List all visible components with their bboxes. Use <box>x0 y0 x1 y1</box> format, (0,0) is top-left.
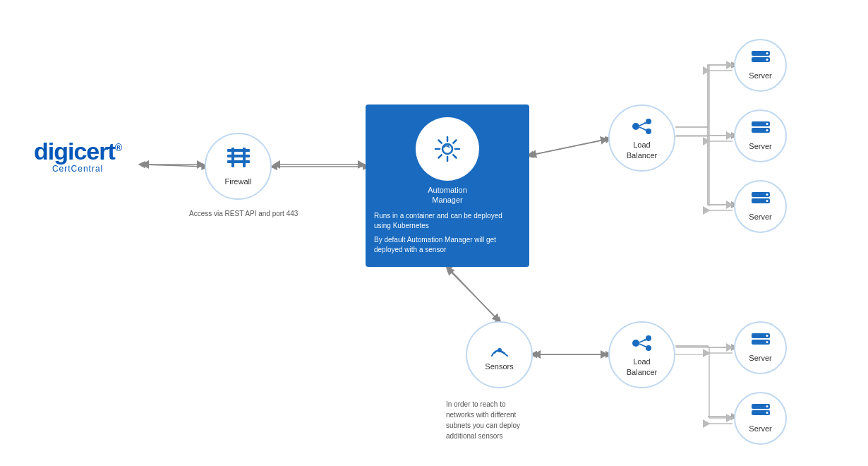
server-s2-node: Server <box>734 109 787 162</box>
svg-point-48 <box>766 123 768 125</box>
svg-point-18 <box>442 144 452 154</box>
svg-point-57 <box>766 341 768 343</box>
digicert-logo: digicert® CertCentral <box>34 138 121 174</box>
server-s3-icon <box>749 191 772 209</box>
server-s4-label: Server <box>749 353 771 363</box>
load-balancer-top-node: LoadBalancer <box>608 104 675 172</box>
svg-point-35 <box>646 335 651 341</box>
gear-icon <box>433 135 462 163</box>
server-s2-icon <box>749 120 772 138</box>
svg-rect-17 <box>243 148 246 167</box>
server-s5-node: Server <box>734 392 787 445</box>
svg-line-10 <box>447 267 499 321</box>
svg-point-29 <box>646 129 651 134</box>
svg-rect-15 <box>227 160 250 163</box>
sensors-node: Sensors <box>466 321 533 388</box>
logo-certcentral: CertCentral <box>34 164 121 174</box>
svg-point-36 <box>646 345 651 351</box>
svg-line-8 <box>529 139 608 155</box>
load-balancer-bottom-node: LoadBalancer <box>608 321 675 388</box>
svg-point-60 <box>766 405 768 407</box>
server-s1-label: Server <box>749 71 771 80</box>
server-s2-label: Server <box>749 141 771 151</box>
svg-point-56 <box>766 335 768 337</box>
svg-line-26 <box>439 155 442 157</box>
svg-point-27 <box>632 123 639 130</box>
am-desc1: Runs in a container and can be deployed … <box>366 205 529 234</box>
lb-bottom-label: LoadBalancer <box>627 357 657 377</box>
logo-brand: digicert® <box>34 138 121 165</box>
server-s5-icon <box>749 402 772 421</box>
svg-line-79 <box>447 268 499 321</box>
svg-line-70 <box>530 139 607 155</box>
server-s4-icon <box>749 332 772 350</box>
firewall-annotation: Access via REST API and port 443 <box>189 208 298 219</box>
svg-point-45 <box>766 59 768 61</box>
server-s1-node: Server <box>734 39 787 92</box>
firewall-icon <box>226 146 251 174</box>
sensors-annotation: In order to reach tonetworks with differ… <box>446 399 520 441</box>
server-s1-icon <box>749 49 772 68</box>
svg-point-61 <box>766 412 768 414</box>
load-balancer-top-icon <box>629 116 656 137</box>
automation-manager-box: AutomationManager Runs in a container an… <box>366 104 529 267</box>
sensor-icon <box>487 337 512 359</box>
svg-rect-16 <box>231 148 234 167</box>
svg-line-25 <box>453 141 456 143</box>
svg-point-44 <box>766 52 768 54</box>
svg-rect-14 <box>227 155 250 157</box>
svg-line-23 <box>439 141 442 143</box>
svg-point-52 <box>766 193 768 196</box>
svg-point-34 <box>632 340 639 347</box>
automation-manager-circle <box>416 117 479 181</box>
am-desc2: By default Automation Manager will get d… <box>366 234 529 258</box>
svg-point-28 <box>646 119 651 124</box>
lb-top-label: LoadBalancer <box>627 140 657 160</box>
load-balancer-bottom-icon <box>629 333 656 354</box>
sensors-label: Sensors <box>485 362 513 371</box>
firewall-label: Firewall <box>225 177 252 186</box>
server-s3-node: Server <box>734 180 787 233</box>
svg-point-49 <box>766 129 768 131</box>
automation-manager-label: AutomationManager <box>428 185 467 205</box>
svg-line-24 <box>453 155 456 157</box>
svg-line-6 <box>141 165 205 167</box>
server-s5-label: Server <box>749 424 771 434</box>
server-s4-node: Server <box>734 321 787 374</box>
svg-rect-13 <box>227 149 250 152</box>
svg-point-53 <box>766 200 768 202</box>
server-s3-label: Server <box>749 212 771 222</box>
firewall-node: Firewall <box>205 133 272 200</box>
